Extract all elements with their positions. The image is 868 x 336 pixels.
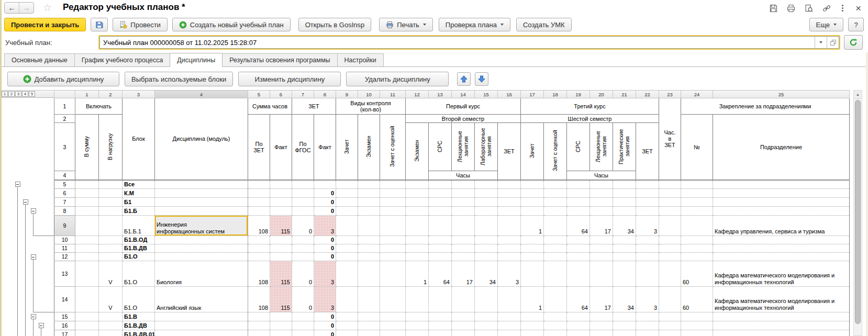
grid-cell[interactable] bbox=[713, 321, 850, 330]
grid-cell[interactable] bbox=[248, 198, 270, 207]
grid-cell[interactable] bbox=[429, 236, 452, 244]
row-number[interactable]: 17 bbox=[54, 330, 75, 336]
grid-cell[interactable] bbox=[544, 198, 567, 207]
grid-cell[interactable] bbox=[544, 287, 567, 312]
more-button[interactable]: Еще bbox=[809, 18, 843, 31]
grid-header-cell[interactable]: ЗЕТ bbox=[636, 123, 659, 180]
column-number[interactable]: 21 bbox=[613, 91, 636, 98]
grid-cell[interactable]: Б1.О bbox=[123, 287, 155, 312]
grid-header-cell[interactable]: Факт bbox=[314, 115, 336, 180]
grid-cell[interactable] bbox=[498, 321, 521, 330]
grid-cell[interactable] bbox=[613, 253, 636, 261]
close-icon[interactable]: × bbox=[854, 4, 863, 13]
grid-cell[interactable]: 0 bbox=[314, 312, 336, 321]
grid-header-cell[interactable]: Лабораторные занятия bbox=[475, 123, 498, 171]
grid-header-cell[interactable]: Второй семестр bbox=[406, 115, 521, 123]
grid-cell[interactable] bbox=[713, 189, 850, 198]
grid-cell[interactable] bbox=[452, 287, 475, 312]
grid-cell[interactable]: Б1.В.ОД bbox=[123, 236, 155, 244]
grid-header-cell[interactable]: 4 bbox=[54, 171, 75, 180]
grid-cell[interactable] bbox=[681, 321, 713, 330]
grid-cell[interactable]: 60 bbox=[681, 261, 713, 287]
grid-cell[interactable] bbox=[75, 244, 99, 253]
grid-header-cell[interactable]: Подразделение bbox=[713, 115, 850, 180]
grid-cell[interactable] bbox=[429, 180, 452, 189]
grid-cell[interactable] bbox=[336, 261, 358, 287]
row-number[interactable]: 12 bbox=[54, 253, 75, 261]
grid-cell[interactable] bbox=[336, 287, 358, 312]
grid-cell[interactable] bbox=[248, 180, 270, 189]
grid-header-cell[interactable]: 3 bbox=[54, 123, 75, 171]
grid-cell[interactable] bbox=[452, 216, 475, 236]
grid-cell[interactable] bbox=[452, 180, 475, 189]
grid-cell[interactable]: Б1.Б.1 bbox=[123, 216, 155, 236]
grid-cell[interactable]: 34 bbox=[613, 287, 636, 312]
grid-cell[interactable] bbox=[636, 180, 659, 189]
grid-header-cell[interactable]: Лекционные занятия bbox=[590, 123, 613, 171]
grid-cell[interactable] bbox=[358, 216, 380, 236]
grid-cell[interactable] bbox=[248, 321, 270, 330]
grid-cell[interactable] bbox=[475, 330, 498, 336]
grid-cell[interactable] bbox=[99, 189, 123, 198]
row-number[interactable]: 5 bbox=[54, 180, 75, 189]
grid-header-cell[interactable]: Практические занятия bbox=[613, 123, 636, 171]
grid-cell[interactable] bbox=[613, 198, 636, 207]
grid-cell[interactable] bbox=[590, 198, 613, 207]
post-and-close-button[interactable]: Провести и закрыть bbox=[4, 18, 86, 31]
grid-cell[interactable] bbox=[292, 312, 314, 321]
row-number[interactable]: 8 bbox=[54, 207, 75, 216]
grid-cell[interactable] bbox=[292, 189, 314, 198]
grid-cell[interactable] bbox=[544, 330, 567, 336]
grid-cell[interactable]: Кафедра математического моделирования и … bbox=[713, 287, 850, 312]
grid-cell[interactable] bbox=[521, 198, 544, 207]
move-down-button[interactable] bbox=[475, 72, 488, 86]
grid-cell[interactable] bbox=[544, 180, 567, 189]
grid-cell[interactable] bbox=[75, 253, 99, 261]
grid-cell[interactable] bbox=[270, 321, 292, 330]
grid-cell[interactable] bbox=[380, 207, 406, 216]
column-number[interactable]: 9 bbox=[336, 91, 358, 98]
grid-cell[interactable]: Б1.О bbox=[123, 253, 155, 261]
grid-cell[interactable] bbox=[475, 189, 498, 198]
grid-cell[interactable] bbox=[292, 198, 314, 207]
grid-cell[interactable] bbox=[429, 321, 452, 330]
grid-cell[interactable] bbox=[659, 321, 681, 330]
grid-cell[interactable] bbox=[544, 253, 567, 261]
link-icon[interactable] bbox=[822, 4, 831, 13]
grid-cell[interactable] bbox=[713, 207, 850, 216]
grid-cell[interactable] bbox=[681, 236, 713, 244]
back-button[interactable]: ← bbox=[5, 3, 19, 13]
grid-header-cell[interactable]: В нагрузку bbox=[99, 115, 123, 180]
grid-cell[interactable] bbox=[521, 207, 544, 216]
grid-header-cell[interactable]: СРС bbox=[567, 123, 590, 171]
grid-cell[interactable]: 0 bbox=[292, 261, 314, 287]
grid-cell[interactable] bbox=[498, 330, 521, 336]
row-number[interactable]: 9 bbox=[54, 216, 75, 236]
grid-cell[interactable] bbox=[292, 207, 314, 216]
grid-cell[interactable] bbox=[521, 189, 544, 198]
grid-cell[interactable] bbox=[75, 180, 99, 189]
grid-cell[interactable] bbox=[429, 287, 452, 312]
grid-cell[interactable] bbox=[155, 198, 248, 207]
tree-collapse-button[interactable] bbox=[31, 209, 36, 214]
grid-cell[interactable] bbox=[75, 261, 99, 287]
grid-header-cell[interactable]: В сумму bbox=[75, 115, 99, 180]
grid-cell[interactable] bbox=[498, 207, 521, 216]
grid-cell[interactable] bbox=[475, 287, 498, 312]
grid-cell[interactable] bbox=[498, 189, 521, 198]
grid-cell[interactable] bbox=[567, 189, 590, 198]
grid-cell[interactable] bbox=[659, 216, 681, 236]
select-blocks-button[interactable]: Выбрать используемые блоки bbox=[125, 72, 233, 86]
grid-cell[interactable] bbox=[544, 244, 567, 253]
grid-cell[interactable]: 1 bbox=[406, 261, 429, 287]
grid-cell[interactable] bbox=[681, 180, 713, 189]
grid-cell[interactable] bbox=[659, 207, 681, 216]
grid-cell[interactable] bbox=[429, 244, 452, 253]
grid-cell[interactable]: 0 bbox=[314, 321, 336, 330]
grid-cell[interactable] bbox=[270, 189, 292, 198]
grid-cell[interactable] bbox=[567, 261, 590, 287]
tree-collapse-button[interactable] bbox=[23, 200, 28, 205]
column-number[interactable]: 24 bbox=[681, 91, 713, 98]
grid-cell[interactable] bbox=[406, 321, 429, 330]
grid-header-cell[interactable]: Закрепление за подразделениями bbox=[681, 98, 850, 115]
